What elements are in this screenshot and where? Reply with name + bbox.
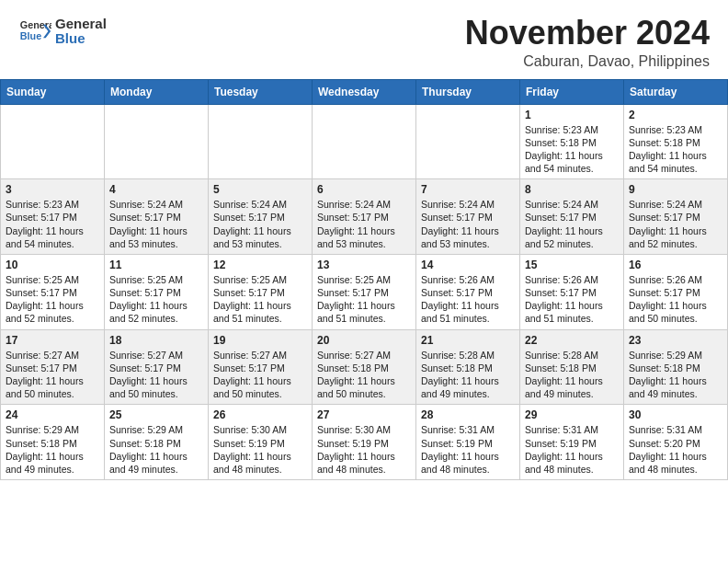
day-info: Sunrise: 5:23 AMSunset: 5:18 PMDaylight:… <box>629 123 722 176</box>
day-info: Sunrise: 5:24 AMSunset: 5:17 PMDaylight:… <box>525 198 619 250</box>
calendar-cell: 12Sunrise: 5:25 AMSunset: 5:17 PMDayligh… <box>209 254 313 329</box>
day-info: Sunrise: 5:28 AMSunset: 5:18 PMDaylight:… <box>421 349 515 401</box>
day-info: Sunrise: 5:25 AMSunset: 5:17 PMDaylight:… <box>109 273 203 326</box>
calendar-header-friday: Friday <box>520 79 624 104</box>
day-info: Sunrise: 5:30 AMSunset: 5:19 PMDaylight:… <box>317 423 411 476</box>
day-number: 13 <box>317 259 411 271</box>
day-number: 6 <box>317 183 411 196</box>
calendar-table: SundayMondayTuesdayWednesdayThursdayFrid… <box>0 79 728 480</box>
calendar-cell: 14Sunrise: 5:26 AMSunset: 5:17 PMDayligh… <box>416 254 520 329</box>
calendar-cell: 3Sunrise: 5:23 AMSunset: 5:17 PMDaylight… <box>1 179 105 255</box>
week-row-3: 10Sunrise: 5:25 AMSunset: 5:17 PMDayligh… <box>1 254 728 329</box>
calendar-cell: 4Sunrise: 5:24 AMSunset: 5:17 PMDaylight… <box>105 179 209 255</box>
day-number: 5 <box>213 183 307 196</box>
day-info: Sunrise: 5:26 AMSunset: 5:17 PMDaylight:… <box>525 273 619 326</box>
day-number: 10 <box>6 259 99 271</box>
logo-general-text: General <box>55 17 107 32</box>
day-info: Sunrise: 5:24 AMSunset: 5:17 PMDaylight:… <box>109 198 203 250</box>
day-number: 21 <box>421 334 515 347</box>
week-row-2: 3Sunrise: 5:23 AMSunset: 5:17 PMDaylight… <box>1 179 728 255</box>
day-number: 9 <box>629 183 722 196</box>
day-info: Sunrise: 5:23 AMSunset: 5:17 PMDaylight:… <box>6 198 99 250</box>
calendar-header-sunday: Sunday <box>1 79 105 104</box>
logo-area: General Blue General Blue <box>18 15 107 48</box>
day-number: 18 <box>109 334 203 347</box>
day-number: 17 <box>6 334 99 347</box>
day-number: 16 <box>629 259 722 271</box>
calendar-cell: 6Sunrise: 5:24 AMSunset: 5:17 PMDaylight… <box>313 179 416 255</box>
day-info: Sunrise: 5:27 AMSunset: 5:17 PMDaylight:… <box>109 349 203 401</box>
day-info: Sunrise: 5:24 AMSunset: 5:17 PMDaylight:… <box>421 198 515 250</box>
day-info: Sunrise: 5:26 AMSunset: 5:17 PMDaylight:… <box>421 273 515 326</box>
day-number: 30 <box>629 408 722 421</box>
page: General Blue General Blue November 2024 … <box>0 0 728 480</box>
calendar-cell: 24Sunrise: 5:29 AMSunset: 5:18 PMDayligh… <box>1 405 105 480</box>
calendar-cell: 19Sunrise: 5:27 AMSunset: 5:17 PMDayligh… <box>209 329 313 405</box>
calendar-cell: 7Sunrise: 5:24 AMSunset: 5:17 PMDaylight… <box>416 179 520 255</box>
calendar-cell: 11Sunrise: 5:25 AMSunset: 5:17 PMDayligh… <box>105 254 209 329</box>
day-number: 3 <box>6 183 99 196</box>
svg-text:Blue: Blue <box>20 30 41 41</box>
calendar-cell: 8Sunrise: 5:24 AMSunset: 5:17 PMDaylight… <box>520 179 624 255</box>
day-number: 29 <box>525 408 619 421</box>
month-title: November 2024 <box>465 15 710 52</box>
calendar-cell: 28Sunrise: 5:31 AMSunset: 5:19 PMDayligh… <box>416 405 520 480</box>
day-number: 20 <box>317 334 411 347</box>
calendar-cell: 23Sunrise: 5:29 AMSunset: 5:18 PMDayligh… <box>624 329 728 405</box>
title-area: November 2024 Caburan, Davao, Philippine… <box>465 15 710 70</box>
day-number: 22 <box>525 334 619 347</box>
day-info: Sunrise: 5:27 AMSunset: 5:17 PMDaylight:… <box>213 349 307 401</box>
day-info: Sunrise: 5:25 AMSunset: 5:17 PMDaylight:… <box>6 273 99 326</box>
day-number: 4 <box>109 183 203 196</box>
calendar-cell: 10Sunrise: 5:25 AMSunset: 5:17 PMDayligh… <box>1 254 105 329</box>
day-info: Sunrise: 5:27 AMSunset: 5:18 PMDaylight:… <box>317 349 411 401</box>
calendar-cell: 25Sunrise: 5:29 AMSunset: 5:18 PMDayligh… <box>105 405 209 480</box>
calendar-header-monday: Monday <box>105 79 209 104</box>
calendar-header-row: SundayMondayTuesdayWednesdayThursdayFrid… <box>1 79 728 104</box>
day-info: Sunrise: 5:29 AMSunset: 5:18 PMDaylight:… <box>629 349 722 401</box>
day-number: 8 <box>525 183 619 196</box>
calendar-cell: 30Sunrise: 5:31 AMSunset: 5:20 PMDayligh… <box>624 405 728 480</box>
calendar-cell: 22Sunrise: 5:28 AMSunset: 5:18 PMDayligh… <box>520 329 624 405</box>
calendar-cell: 16Sunrise: 5:26 AMSunset: 5:17 PMDayligh… <box>624 254 728 329</box>
calendar-cell <box>105 104 209 179</box>
day-info: Sunrise: 5:23 AMSunset: 5:18 PMDaylight:… <box>525 123 619 176</box>
calendar-cell: 18Sunrise: 5:27 AMSunset: 5:17 PMDayligh… <box>105 329 209 405</box>
calendar-cell <box>209 104 313 179</box>
day-number: 19 <box>213 334 307 347</box>
day-info: Sunrise: 5:27 AMSunset: 5:17 PMDaylight:… <box>6 349 99 401</box>
day-info: Sunrise: 5:25 AMSunset: 5:17 PMDaylight:… <box>317 273 411 326</box>
day-info: Sunrise: 5:29 AMSunset: 5:18 PMDaylight:… <box>6 423 99 476</box>
day-info: Sunrise: 5:28 AMSunset: 5:18 PMDaylight:… <box>525 349 619 401</box>
day-info: Sunrise: 5:29 AMSunset: 5:18 PMDaylight:… <box>109 423 203 476</box>
day-number: 28 <box>421 408 515 421</box>
day-info: Sunrise: 5:24 AMSunset: 5:17 PMDaylight:… <box>213 198 307 250</box>
day-info: Sunrise: 5:25 AMSunset: 5:17 PMDaylight:… <box>213 273 307 326</box>
calendar-cell <box>1 104 105 179</box>
calendar-cell: 1Sunrise: 5:23 AMSunset: 5:18 PMDaylight… <box>520 104 624 179</box>
day-number: 12 <box>213 259 307 271</box>
calendar-cell <box>416 104 520 179</box>
calendar-cell: 26Sunrise: 5:30 AMSunset: 5:19 PMDayligh… <box>209 405 313 480</box>
calendar-header-wednesday: Wednesday <box>313 79 416 104</box>
day-info: Sunrise: 5:24 AMSunset: 5:17 PMDaylight:… <box>317 198 411 250</box>
calendar-cell: 5Sunrise: 5:24 AMSunset: 5:17 PMDaylight… <box>209 179 313 255</box>
day-number: 2 <box>629 109 722 121</box>
header: General Blue General Blue November 2024 … <box>0 0 728 79</box>
calendar-cell: 17Sunrise: 5:27 AMSunset: 5:17 PMDayligh… <box>1 329 105 405</box>
calendar-cell: 27Sunrise: 5:30 AMSunset: 5:19 PMDayligh… <box>313 405 416 480</box>
calendar-cell: 29Sunrise: 5:31 AMSunset: 5:19 PMDayligh… <box>520 405 624 480</box>
week-row-4: 17Sunrise: 5:27 AMSunset: 5:17 PMDayligh… <box>1 329 728 405</box>
logo-blue-text: Blue <box>55 31 107 47</box>
day-number: 25 <box>109 408 203 421</box>
day-info: Sunrise: 5:31 AMSunset: 5:20 PMDaylight:… <box>629 423 722 476</box>
logo-icon: General Blue <box>18 15 51 48</box>
day-number: 1 <box>525 109 619 121</box>
day-number: 15 <box>525 259 619 271</box>
calendar-header-thursday: Thursday <box>416 79 520 104</box>
week-row-1: 1Sunrise: 5:23 AMSunset: 5:18 PMDaylight… <box>1 104 728 179</box>
day-info: Sunrise: 5:26 AMSunset: 5:17 PMDaylight:… <box>629 273 722 326</box>
day-info: Sunrise: 5:24 AMSunset: 5:17 PMDaylight:… <box>629 198 722 250</box>
calendar-cell: 21Sunrise: 5:28 AMSunset: 5:18 PMDayligh… <box>416 329 520 405</box>
day-number: 27 <box>317 408 411 421</box>
